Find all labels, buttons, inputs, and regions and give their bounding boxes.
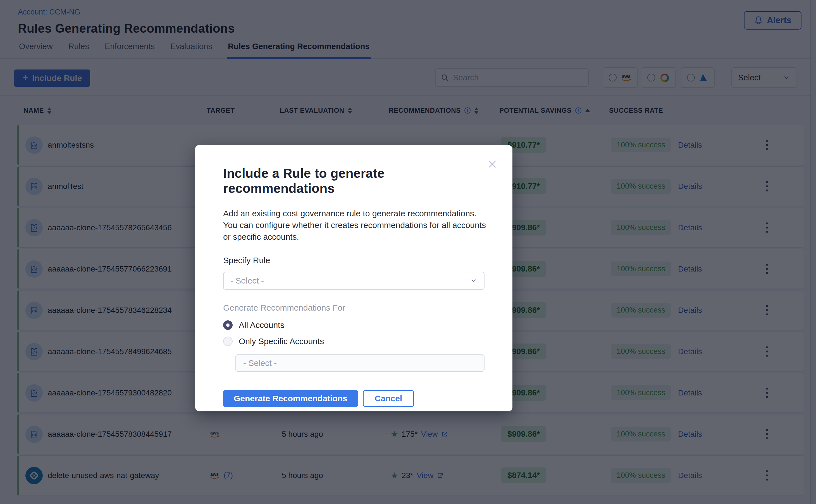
generate-recommendations-button[interactable]: Generate Recommendations xyxy=(223,390,358,407)
radio-selected-icon[interactable] xyxy=(223,320,233,330)
radio-unselected-icon[interactable] xyxy=(223,337,233,346)
accounts-select-placeholder: - Select - xyxy=(243,358,277,368)
accounts-select-dropdown[interactable]: - Select - xyxy=(235,354,485,372)
modal-actions: Generate Recommendations Cancel xyxy=(223,390,485,407)
radio-only-specific-accounts[interactable]: Only Specific Accounts xyxy=(223,337,485,346)
rule-select-placeholder: - Select - xyxy=(230,276,264,285)
all-accounts-label: All Accounts xyxy=(239,320,284,330)
generate-for-label: Generate Recommendations For xyxy=(223,303,485,313)
modal-title: Include a Rule to generate recommendatio… xyxy=(223,166,485,196)
radio-all-accounts[interactable]: All Accounts xyxy=(223,320,485,330)
rule-select-dropdown[interactable]: - Select - xyxy=(223,272,485,290)
specify-rule-label: Specify Rule xyxy=(223,256,485,265)
modal-description: Add an existing cost governance rule to … xyxy=(223,208,487,243)
cancel-button[interactable]: Cancel xyxy=(363,390,414,407)
only-specific-accounts-label: Only Specific Accounts xyxy=(239,337,324,346)
close-icon[interactable] xyxy=(487,159,498,170)
chevron-down-icon xyxy=(470,277,477,284)
include-rule-modal: Include a Rule to generate recommendatio… xyxy=(195,145,513,411)
